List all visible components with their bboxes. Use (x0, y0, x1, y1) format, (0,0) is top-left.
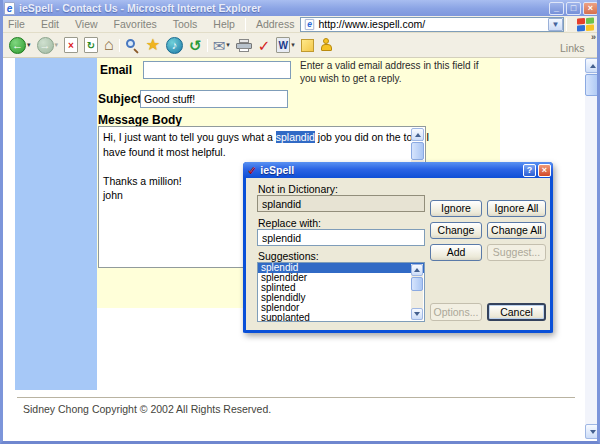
flag-red (577, 18, 585, 25)
favorites-icon: ★ (146, 37, 160, 53)
subject-field[interactable] (140, 90, 288, 108)
change-all-button[interactable]: Change All (487, 222, 546, 239)
address-dropdown-button[interactable]: ▼ (548, 18, 563, 31)
suggestions-scroll-down-button[interactable] (411, 308, 423, 320)
print-button[interactable] (236, 39, 252, 52)
suggestions-scroll-up-button[interactable] (411, 264, 423, 276)
divider (119, 39, 120, 52)
menu-edit[interactable]: Edit (33, 18, 67, 30)
refresh-icon: ↻ (84, 37, 98, 53)
favorites-button[interactable]: ★ (146, 37, 160, 53)
search-button[interactable] (125, 38, 140, 53)
messenger-button[interactable] (320, 38, 333, 52)
dialog-close-button[interactable]: × (538, 164, 551, 177)
message-body-label: Message Body (98, 113, 182, 127)
edit-with-word-button[interactable]: W ▾ (276, 37, 295, 53)
subject-label: Subject (98, 92, 141, 106)
home-button[interactable]: ⌂ (104, 37, 114, 53)
scroll-up-icon (590, 64, 596, 68)
dialog-help-button[interactable]: ? (523, 164, 536, 177)
message-text-line: have found it most helpful. (103, 145, 403, 160)
divider (566, 18, 567, 31)
scroll-up-icon (415, 133, 421, 137)
page-left-column (15, 58, 97, 390)
ignore-all-button[interactable]: Ignore All (487, 200, 546, 217)
ie-logo-icon: e (4, 2, 15, 15)
dialog-title: ieSpell (260, 164, 521, 176)
replace-with-field[interactable] (257, 229, 425, 246)
back-dropdown-icon: ▾ (27, 41, 31, 49)
mail-icon: ✉ (213, 38, 226, 53)
menu-view[interactable]: View (67, 18, 106, 30)
iespell-dialog: ✓ ieSpell ? × Not in Dictionary: Replace… (243, 162, 553, 333)
menu-tools[interactable]: Tools (165, 18, 206, 30)
chevron-right-icon[interactable]: » (591, 32, 596, 42)
iespell-button[interactable]: ✓ (258, 38, 271, 53)
menu-bar: File Edit View Favorites Tools Help Addr… (0, 16, 600, 33)
address-bar: e ▼ (300, 17, 564, 32)
options-button: Options... (430, 303, 482, 321)
word-dropdown-icon: ▾ (291, 41, 295, 49)
main-scrollbar-track[interactable] (585, 58, 600, 439)
message-text-part: Hi, I just want to tell you guys what a (103, 131, 276, 143)
flag-yellow (586, 24, 594, 31)
main-scroll-up-button[interactable] (585, 58, 600, 73)
add-button[interactable]: Add (430, 244, 482, 261)
back-button[interactable]: ← ▾ (9, 37, 31, 54)
menu-favorites[interactable]: Favorites (106, 18, 165, 30)
stop-button[interactable]: × (64, 37, 78, 53)
suggest-button: Suggest... (487, 244, 546, 261)
mail-dropdown-icon: ▾ (226, 41, 230, 49)
flag-green (586, 17, 594, 24)
word-icon: W (276, 37, 290, 53)
menu-help[interactable]: Help (205, 18, 243, 30)
ignore-button[interactable]: Ignore (430, 200, 482, 217)
maximize-button[interactable]: □ (566, 2, 581, 15)
suggestions-scrollbar-thumb[interactable] (411, 277, 423, 291)
menu-file[interactable]: File (0, 18, 33, 30)
suggestions-scrollbar[interactable] (411, 264, 423, 320)
windows-flag-icon (577, 17, 594, 31)
mail-button[interactable]: ✉ ▾ (213, 38, 230, 53)
forward-icon: → (37, 37, 54, 54)
suggestion-item[interactable]: supplanted (258, 313, 424, 322)
address-input[interactable] (318, 18, 548, 30)
dialog-titlebar[interactable]: ✓ ieSpell ? × (243, 162, 553, 178)
email-hint-text: Enter a valid email address in this fiel… (300, 60, 480, 85)
links-label: Links (560, 42, 585, 54)
history-button[interactable]: ↺ (189, 38, 202, 53)
links-toolbar[interactable]: » Links (558, 33, 600, 57)
close-button[interactable]: × (583, 2, 598, 15)
forward-button[interactable]: → ▾ (37, 37, 59, 54)
forward-dropdown-icon: ▾ (55, 41, 59, 49)
media-icon: ♪ (166, 37, 183, 54)
divider (245, 18, 246, 31)
textarea-scroll-up-button[interactable] (411, 128, 424, 141)
email-field[interactable] (143, 61, 291, 79)
suggestions-listbox[interactable]: splendid splendider splinted splendidly … (257, 262, 425, 322)
back-icon: ← (9, 37, 26, 54)
notes-button[interactable] (301, 39, 314, 52)
standard-toolbar: ← ▾ → ▾ × ↻ ⌂ ★ ♪ ↺ ✉ ▾ (0, 33, 600, 58)
change-button[interactable]: Change (430, 222, 482, 239)
flag-blue (577, 25, 585, 32)
iespell-check-icon: ✓ (247, 164, 256, 177)
page-icon: e (305, 18, 314, 29)
email-label: Email (100, 63, 132, 77)
search-icon (125, 38, 140, 53)
misspelled-word-highlighted: splandid (276, 131, 315, 143)
textarea-scrollbar-thumb[interactable] (411, 142, 424, 160)
home-icon: ⌂ (104, 37, 114, 53)
main-scrollbar-thumb[interactable] (585, 74, 600, 96)
not-in-dictionary-field (257, 195, 425, 212)
minimize-button[interactable]: _ (549, 2, 564, 15)
media-button[interactable]: ♪ (166, 37, 183, 54)
note-icon (301, 39, 314, 52)
scroll-down-icon (590, 430, 596, 434)
refresh-button[interactable]: ↻ (84, 37, 98, 53)
cancel-button[interactable]: Cancel (487, 303, 546, 321)
divider (17, 397, 575, 398)
main-scroll-down-button[interactable] (585, 424, 600, 439)
replace-with-label: Replace with: (258, 217, 321, 229)
iespell-check-icon: ✓ (258, 38, 271, 53)
